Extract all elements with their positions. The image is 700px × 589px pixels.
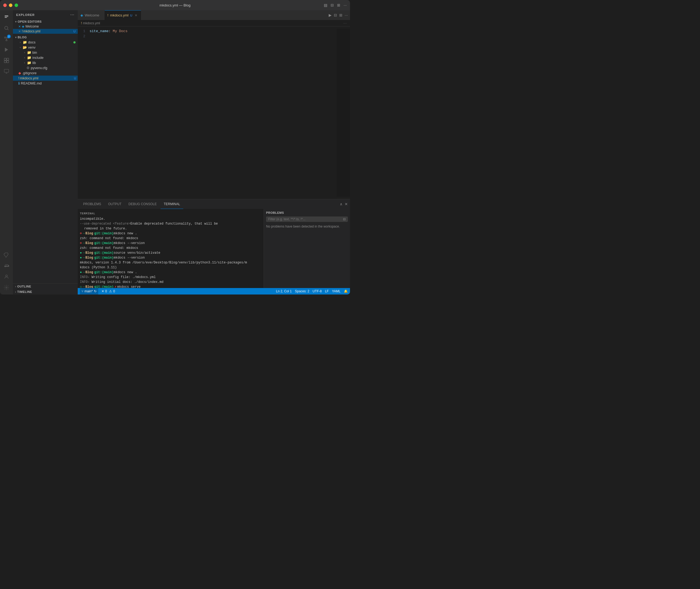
close-mkdocs-icon[interactable]: ✕ xyxy=(18,30,21,33)
status-language[interactable]: YAML xyxy=(332,289,340,293)
tab-bar-actions: ▶ ⊟ ⊞ ··· xyxy=(326,10,350,20)
more-actions-icon[interactable]: ··· xyxy=(344,13,348,17)
terminal[interactable]: TERMINAL incompatible. --use-deprecated … xyxy=(78,209,264,288)
bin-arrow-icon: › xyxy=(23,51,26,54)
blog-arrow: ▾ xyxy=(15,36,17,39)
mkdocs-tab-u-badge: U xyxy=(130,14,132,17)
term-x-icon: ✗ xyxy=(114,284,116,288)
tree-readme[interactable]: ℹ README.md xyxy=(13,81,78,86)
status-left: ⑂ main* ↻ ✕ 0 ⚠ 0 xyxy=(80,288,115,294)
tree-lib[interactable]: › 📁 lib xyxy=(13,60,78,65)
sidebar-toggle-icon[interactable]: ▤ xyxy=(324,3,327,7)
activity-settings[interactable] xyxy=(2,282,11,292)
tree-include[interactable]: › 📁 include xyxy=(13,55,78,60)
activity-run-debug[interactable] xyxy=(2,45,11,54)
svg-rect-0 xyxy=(5,15,8,16)
layout-icon[interactable]: ⊞ xyxy=(339,13,342,17)
layout-icon[interactable]: ⊟ xyxy=(330,3,334,7)
gitignore-icon: ◆ xyxy=(18,71,21,75)
editor-content[interactable]: 1 2 site_name: My Docs xyxy=(78,26,350,199)
tree-mkdocs-file[interactable]: ! mkdocs.yml U xyxy=(13,75,78,81)
mkdocs-tab-excl-icon: ! xyxy=(107,13,108,17)
activity-account[interactable] xyxy=(2,272,11,281)
tree-venv[interactable]: › 📂 venv xyxy=(13,45,78,50)
tree-bin[interactable]: › 📁 bin xyxy=(13,50,78,55)
tab-terminal[interactable]: TERMINAL xyxy=(161,199,184,209)
term-cmd-6: ◎ → Blog git:(main) ✗ mkdocs serve xyxy=(80,284,261,288)
term-arrow-1: → xyxy=(82,231,84,236)
term-blog-5: Blog xyxy=(85,270,93,275)
sidebar-more-icon[interactable]: ··· xyxy=(70,12,74,17)
blog-section[interactable]: ▾ Blog xyxy=(13,35,78,40)
activity-bottom xyxy=(2,250,11,292)
run-icon[interactable]: ▶ xyxy=(329,13,332,17)
sidebar-header-actions[interactable]: ··· xyxy=(70,12,74,17)
term-line-2: --use-deprecated <feature> Enable deprec… xyxy=(80,221,261,226)
activity-explorer[interactable] xyxy=(2,12,11,22)
activity-remote[interactable] xyxy=(2,66,11,76)
terminal-section-label: TERMINAL xyxy=(80,210,261,216)
include-arrow-icon: › xyxy=(23,56,26,59)
breadcrumb-excl-icon: ! xyxy=(81,21,82,25)
term-zsh-1: zsh: command not found: mkdocs xyxy=(80,236,261,241)
outline-section[interactable]: › Outline xyxy=(13,284,78,289)
code-area[interactable]: site_name: My Docs xyxy=(88,29,336,197)
status-eol[interactable]: LF xyxy=(325,289,329,293)
status-errors[interactable]: ✕ 0 ⚠ 0 xyxy=(101,289,115,293)
open-editors-section[interactable]: ▾ Open Editors xyxy=(13,19,78,24)
close-welcome-icon[interactable]: ✕ xyxy=(18,25,21,28)
status-git-badge[interactable]: ⑂ main* ↻ xyxy=(80,288,98,294)
maximize-button[interactable] xyxy=(15,4,18,7)
tab-mkdocs[interactable]: ! mkdocs.yml U ✕ xyxy=(105,10,141,20)
svg-rect-12 xyxy=(7,61,9,63)
minimize-button[interactable] xyxy=(9,4,12,7)
mkdocs-tab-close[interactable]: ✕ xyxy=(134,13,138,18)
code-line-1: site_name: My Docs xyxy=(89,29,336,34)
problems-filter-icon: ⊟ xyxy=(343,217,346,221)
status-notification-icon[interactable]: 🔔 xyxy=(344,289,348,293)
panel-close-icon[interactable]: ✕ xyxy=(344,202,348,206)
status-spaces[interactable]: Spaces: 2 xyxy=(295,289,309,293)
timeline-label: Timeline xyxy=(17,290,32,293)
lib-arrow-icon: › xyxy=(23,61,26,64)
activity-testing[interactable] xyxy=(2,250,11,260)
term-mkdocs-version: mkdocs, version 1.4.3 from /Users/eve/De… xyxy=(80,260,261,265)
close-button[interactable] xyxy=(3,4,7,7)
activity-extensions[interactable] xyxy=(2,56,11,65)
activity-source-control[interactable]: 2 xyxy=(2,34,11,44)
problems-filter[interactable]: ⊟ xyxy=(266,216,348,222)
status-encoding[interactable]: UTF-8 xyxy=(312,289,322,293)
editor-breadcrumb: ! mkdocs.yml ···· xyxy=(78,20,350,26)
vscode-icon: ◈ xyxy=(22,25,24,28)
problems-filter-input[interactable] xyxy=(268,217,342,221)
tree-gitignore[interactable]: ◆ .gitignore xyxy=(13,70,78,75)
mkdocs-modified-icon: ! xyxy=(18,76,19,80)
tab-problems[interactable]: PROBLEMS xyxy=(80,199,104,209)
venv-label: venv xyxy=(28,45,78,49)
split-icon[interactable]: ⊟ xyxy=(334,13,337,17)
split-editor-icon[interactable]: ⊞ xyxy=(337,3,340,7)
tab-output[interactable]: OUTPUT xyxy=(105,199,125,209)
yaml-modified-icon: ! xyxy=(22,29,23,33)
sidebar: Explorer ··· ▾ Open Editors ✕ ◈ Welcome … xyxy=(13,10,78,294)
svg-line-4 xyxy=(8,29,9,30)
tab-welcome[interactable]: ◈ Welcome xyxy=(78,10,105,20)
open-editor-mkdocs[interactable]: ✕ ! mkdocs.yml U xyxy=(13,29,78,34)
activity-search[interactable] xyxy=(2,23,11,33)
term-git-5: git:(main) xyxy=(94,270,113,275)
tree-docs[interactable]: › 📁 docs xyxy=(13,40,78,45)
term-cmd-1: ⊗ → Blog git:(main) mkdocs new . xyxy=(80,231,261,236)
more-icon[interactable]: ··· xyxy=(343,3,347,7)
term-arrow-4: → xyxy=(82,255,84,260)
tree-pyvenv[interactable]: ⚙ pyvenv.cfg xyxy=(13,65,78,70)
svg-rect-11 xyxy=(4,61,6,63)
activity-docker[interactable] xyxy=(2,261,11,271)
readme-label: README.md xyxy=(21,81,78,85)
tab-debug-console[interactable]: DEBUG CONSOLE xyxy=(125,199,160,209)
panel-collapse-icon[interactable]: ∧ xyxy=(340,202,342,206)
status-position[interactable]: Ln 2, Col 1 xyxy=(276,289,292,293)
term-error-icon-2: ⊗ xyxy=(80,241,82,246)
open-editor-welcome[interactable]: ✕ ◈ Welcome xyxy=(13,24,78,29)
term-line-3: removed in the future. xyxy=(80,226,261,231)
timeline-section[interactable]: › Timeline xyxy=(13,289,78,294)
